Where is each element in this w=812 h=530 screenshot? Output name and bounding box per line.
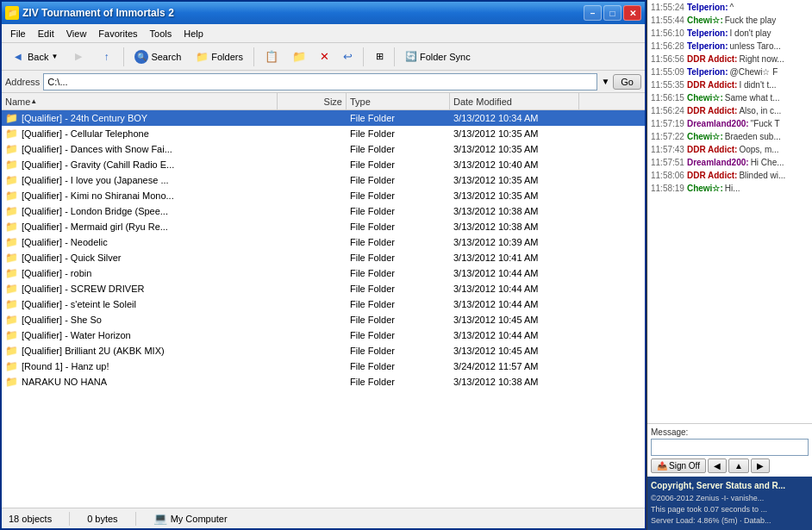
table-row[interactable]: 📁 [Qualifier] - Gravity (Cahill Radio E.… <box>2 157 645 172</box>
chat-back-button[interactable]: ◀ <box>708 458 727 473</box>
delete-button[interactable]: ✕ <box>314 47 335 66</box>
folder-icon: 📁 <box>5 267 18 279</box>
file-name: 📁 [Round 1] - Hanz up! <box>2 360 278 372</box>
chat-username: Chewi☆: <box>687 131 723 143</box>
title-bar-left: 📁 ZIV Tournament of Immortals 2 <box>5 6 174 20</box>
window-icon: 📁 <box>5 6 19 20</box>
address-input[interactable] <box>43 73 597 90</box>
back-button[interactable]: Back ▼ <box>5 47 64 67</box>
file-date: 3/13/2012 10:38 AM <box>450 206 579 216</box>
table-row[interactable]: 📁 [Qualifier] - Neodelic File Folder 3/1… <box>2 234 645 250</box>
folder-icon: 📁 <box>5 376 18 388</box>
file-date: 3/13/2012 10:38 AM <box>450 221 579 232</box>
table-row[interactable]: 📁 [Qualifier] - Cellular Telephone File … <box>2 126 645 141</box>
table-row[interactable]: 📁 [Qualifier] - She So File Folder 3/13/… <box>2 312 645 327</box>
table-row[interactable]: 📁 [Qualifier] - SCREW DRIVER File Folder… <box>2 281 645 296</box>
copy-button[interactable]: 📋 <box>259 47 284 66</box>
col-header-type[interactable]: Type <box>347 93 450 109</box>
file-date: 3/13/2012 10:35 AM <box>450 144 579 154</box>
table-row[interactable]: 📁 [Round 1] - Hanz up! File Folder 3/24/… <box>2 359 645 374</box>
file-date: 3/13/2012 10:40 AM <box>450 159 579 170</box>
file-type: File Folder <box>347 284 450 294</box>
table-row[interactable]: 📁 [Qualifier] - robin File Folder 3/13/2… <box>2 265 645 281</box>
chat-time: 11:57:19 <box>651 118 684 130</box>
chat-input-area: Message: 📤 Sign Off ◀ ▲ ▶ <box>647 423 812 477</box>
table-row[interactable]: 📁 [Qualifier] - 24th Century BOY File Fo… <box>2 110 645 126</box>
list-item: 11:58:06 DDR Addict: Blinded wi... <box>651 170 809 182</box>
table-row[interactable]: 📁 [Qualifier] - Quick Silver File Folder… <box>2 250 645 265</box>
maximize-button[interactable]: □ <box>603 5 621 21</box>
folder-icon: 📁 <box>5 221 18 233</box>
file-list[interactable]: Name Size Type Date Modified 📁 [Qualifie… <box>2 93 645 508</box>
paste-icon: 📁 <box>292 50 306 63</box>
go-button[interactable]: Go <box>613 74 641 90</box>
col-header-name[interactable]: Name <box>2 93 278 109</box>
search-button[interactable]: 🔍 Search <box>128 47 187 67</box>
forward-button[interactable]: ▶ <box>66 47 91 67</box>
file-size: 0 bytes <box>87 514 117 524</box>
table-row[interactable]: 📁 [Qualifier] - s'eteint le Soleil File … <box>2 296 645 312</box>
computer-icon: 💻 <box>153 512 167 525</box>
list-item: 11:55:09 Telperion: @Chewi☆ F <box>651 66 809 78</box>
sign-off-button[interactable]: 📤 Sign Off <box>651 458 706 473</box>
table-row[interactable]: 📁 [Qualifier] - London Bridge (Spee... F… <box>2 203 645 219</box>
chat-username: Chewi☆: <box>687 92 723 104</box>
table-row[interactable]: 📁 [Qualifier] Brilliant 2U (AKBK MIX) Fi… <box>2 343 645 359</box>
file-type: File Folder <box>347 175 450 185</box>
menu-view[interactable]: View <box>61 27 92 41</box>
folders-button[interactable]: Folders <box>189 47 249 67</box>
chat-message: I don't play <box>730 28 771 40</box>
chat-up-button[interactable]: ▲ <box>728 458 749 473</box>
menu-edit[interactable]: Edit <box>33 27 59 41</box>
undo-button[interactable]: ↩ <box>337 47 359 66</box>
folder-icon: 📁 <box>5 252 18 264</box>
message-label: Message: <box>651 427 809 437</box>
list-item: 11:55:44 Chewi☆: Fuck the play <box>651 15 809 27</box>
file-name: 📁 [Qualifier] - Kimi no Shiranai Mono... <box>2 190 278 202</box>
table-row[interactable]: 📁 [Qualifier] - Water Horizon File Folde… <box>2 327 645 343</box>
folder-sync-button[interactable]: 🔄 Folder Sync <box>399 47 477 65</box>
file-type: File Folder <box>347 190 450 201</box>
menu-help[interactable]: Help <box>178 27 209 41</box>
sign-off-icon: 📤 <box>657 461 667 471</box>
file-date: 3/24/2012 11:57 AM <box>450 361 579 371</box>
copy-icon: 📋 <box>265 50 278 63</box>
separator-4 <box>394 47 395 66</box>
chat-input[interactable] <box>651 439 809 456</box>
chat-message: Hi Che... <box>751 157 784 169</box>
menu-file[interactable]: File <box>5 27 31 41</box>
menu-favorites[interactable]: Favorites <box>93 27 142 41</box>
chat-username: DDR Addict: <box>687 105 738 117</box>
close-button[interactable]: ✕ <box>623 5 641 21</box>
views-button[interactable]: ⊞ <box>370 47 390 65</box>
undo-icon: ↩ <box>343 50 353 63</box>
chat-time: 11:57:22 <box>651 131 684 143</box>
paste-button[interactable]: 📁 <box>286 47 312 66</box>
file-date: 3/13/2012 10:44 AM <box>450 268 579 278</box>
chat-forward-button[interactable]: ▶ <box>751 458 770 473</box>
file-date: 3/13/2012 10:39 AM <box>450 237 579 247</box>
table-row[interactable]: 📁 [Qualifier] - Kimi no Shiranai Mono...… <box>2 188 645 203</box>
table-row[interactable]: 📁 [Qualifier] - Mermaid girl (Ryu Re... … <box>2 219 645 234</box>
chat-message: Oops, m... <box>739 144 778 156</box>
table-row[interactable]: 📁 [Qualifier] - Dances with Snow Fai... … <box>2 141 645 157</box>
folder-icon: 📁 <box>5 190 18 202</box>
search-label: Search <box>151 52 181 62</box>
chat-username: Telperion: <box>687 2 728 14</box>
title-bar: 📁 ZIV Tournament of Immortals 2 – □ ✕ <box>2 2 645 24</box>
chat-username: DDR Addict: <box>687 53 738 65</box>
separator-2 <box>253 47 254 66</box>
menu-tools[interactable]: Tools <box>145 27 178 41</box>
col-header-date[interactable]: Date Modified <box>450 93 579 109</box>
col-header-size[interactable]: Size <box>278 93 347 109</box>
list-item: 11:56:15 Chewi☆: Same what t... <box>651 92 809 104</box>
up-button[interactable] <box>93 47 119 67</box>
address-dropdown-icon[interactable]: ▼ <box>601 77 609 86</box>
file-type: File Folder <box>347 268 450 278</box>
file-name: 📁 [Qualifier] - robin <box>2 267 278 279</box>
minimize-button[interactable]: – <box>584 5 602 21</box>
copyright-body: ©2006-2012 Zenius -I- vanishe... This pa… <box>651 493 809 527</box>
table-row[interactable]: 📁 NARAKU NO HANA File Folder 3/13/2012 1… <box>2 374 645 390</box>
chat-time: 11:58:19 <box>651 183 684 195</box>
table-row[interactable]: 📁 [Qualifier] - I love you (Japanese ...… <box>2 172 645 188</box>
